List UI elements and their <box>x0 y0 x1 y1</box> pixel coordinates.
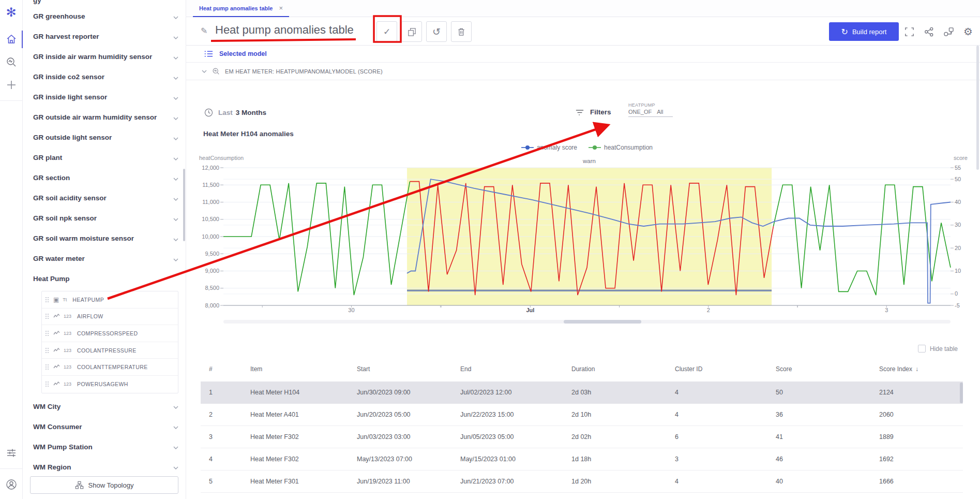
chevron-down-icon[interactable] <box>173 32 178 41</box>
account-icon[interactable] <box>0 473 23 496</box>
sort-descending-icon[interactable]: ↓ <box>915 365 918 373</box>
flow-diagram-icon[interactable] <box>942 25 955 38</box>
sidebar-item-wm-pump-station[interactable]: WM Pump Station <box>33 437 178 457</box>
search-icon[interactable] <box>0 51 23 74</box>
column-header-start[interactable]: Start <box>352 365 455 373</box>
duplicate-button[interactable] <box>401 21 422 42</box>
filters-control[interactable]: Filters <box>576 108 611 116</box>
table-cell: 4 <box>670 389 771 396</box>
chevron-down-icon[interactable] <box>173 133 178 142</box>
axis-tick-label: 10,000 <box>197 233 219 240</box>
axis-tick-label: 12,000 <box>197 165 219 171</box>
delete-button[interactable] <box>451 21 472 42</box>
time-range-control[interactable]: Last 3 Months <box>204 108 266 117</box>
sensor-item-powerusagewh[interactable]: 123POWERUSAGEWH <box>42 376 178 393</box>
chevron-down-icon[interactable] <box>173 72 178 82</box>
chevron-down-icon[interactable] <box>173 402 178 411</box>
column-header--[interactable]: # <box>201 365 238 373</box>
column-header-score-index[interactable]: Score Index↓ <box>874 365 963 373</box>
table-row-heat-meter-h104-1[interactable]: 1Heat Meter H104Jun/30/2023 09:00Jul/02/… <box>201 381 963 404</box>
selected-model-header[interactable]: Selected model <box>186 46 980 63</box>
sidebar-item-gy[interactable]: gy <box>33 0 178 6</box>
edit-pencil-icon[interactable]: ✎ <box>201 26 207 36</box>
tab-heat-pump-anomalies-table[interactable]: Heat pump anomalies table × <box>193 0 289 17</box>
sensor-item-compressorspeed[interactable]: 123COMPRESSORSPEED <box>42 325 178 342</box>
table-row-heat-meter-f302-3[interactable]: 3Heat Meter F302Jun/03/2023 03:00Jun/05/… <box>201 426 963 448</box>
hide-table-checkbox[interactable] <box>918 345 926 353</box>
sidebar-item-gr-outside-light-sensor[interactable]: GR outside light sensor <box>33 127 178 148</box>
chevron-down-icon[interactable] <box>173 194 178 203</box>
sidebar-item-gr-plant[interactable]: GR plant <box>33 148 178 168</box>
chevron-down-icon[interactable] <box>202 70 207 73</box>
axis-tick-label: 0 <box>955 290 970 297</box>
sliders-icon[interactable] <box>0 442 23 464</box>
drag-handle-icon[interactable] <box>45 297 49 303</box>
chart-scrollbar-thumb[interactable] <box>564 320 641 324</box>
sidebar-item-wm-consumer[interactable]: WM Consumer <box>33 417 178 437</box>
sidebar-item-gr-harvest-reporter[interactable]: GR harvest reporter <box>33 26 178 47</box>
chevron-down-icon[interactable] <box>173 254 178 263</box>
sidebar-item-gr-inside-light-sensor[interactable]: GR inside light sensor <box>33 87 178 107</box>
share-icon[interactable] <box>923 25 935 38</box>
chevron-down-icon[interactable] <box>173 442 178 451</box>
sidebar-item-gr-inside-co2-sensor[interactable]: GR inside co2 sensor <box>33 67 178 87</box>
fullscreen-icon[interactable] <box>903 25 915 38</box>
build-report-button[interactable]: ↻ Build report <box>829 22 899 41</box>
column-header-item[interactable]: Item <box>238 365 352 373</box>
confirm-button[interactable]: ✓ <box>376 21 397 42</box>
column-header-duration[interactable]: Duration <box>566 365 670 373</box>
sidebar-scrollbar[interactable] <box>183 169 185 241</box>
sidebar-item-gr-soil-npk-sensor[interactable]: GR soil npk sensor <box>33 208 178 228</box>
table-scrollbar[interactable] <box>960 383 963 403</box>
main-scrollbar[interactable] <box>976 46 979 170</box>
sidebar-item-gr-soil-warm-moisture-sensor[interactable]: GR soil warm moisture sensor <box>33 228 178 248</box>
list-icon <box>204 50 213 57</box>
chevron-down-icon[interactable] <box>173 422 178 431</box>
chevron-down-icon[interactable] <box>173 52 178 62</box>
sidebar-item-gr-greenhouse[interactable]: GR greenhouse <box>33 6 178 26</box>
chevron-down-icon[interactable] <box>173 153 178 163</box>
table-row-heat-meter-f302-4[interactable]: 4Heat Meter F302May/13/2023 07:00May/15/… <box>201 448 963 471</box>
drag-handle-icon[interactable] <box>45 381 49 387</box>
model-row[interactable]: EM HEAT METER: HEATPUMPANOMALYMODEL (SCO… <box>186 63 980 80</box>
sensor-item-coolanttemperature[interactable]: 123COOLANTTEMPERATURE <box>42 359 178 376</box>
sidebar-item-wm-region[interactable]: WM Region <box>33 457 178 474</box>
sidebar-item-gr-outside-air-warm-humidity-sensor[interactable]: GR outside air warm humidity sensor <box>33 107 178 127</box>
column-header-score[interactable]: Score <box>771 365 874 373</box>
chevron-down-icon[interactable] <box>173 234 178 243</box>
drag-handle-icon[interactable] <box>45 347 49 354</box>
document-title-input[interactable]: Heat pump anomalies table <box>215 23 354 37</box>
home-icon[interactable] <box>0 28 23 51</box>
chevron-down-icon[interactable] <box>173 462 178 472</box>
sidebar-item-gr-section[interactable]: GR section <box>33 168 178 188</box>
reset-button[interactable]: ↺ <box>426 21 447 42</box>
sensor-item-airflow[interactable]: 123AIRFLOW <box>42 309 178 326</box>
drag-handle-icon[interactable] <box>45 313 49 319</box>
sidebar-item-gr-soil-acidity-sensor[interactable]: GR soil acidity sensor <box>33 188 178 208</box>
sensor-item-coolantpressure[interactable]: 123COOLANTPRESSURE <box>42 342 178 359</box>
sidebar-item-wm-city[interactable]: WM City <box>33 397 178 417</box>
column-header-cluster-id[interactable]: Cluster ID <box>670 365 771 373</box>
legend-item-anomaly-score[interactable]: anomaly score <box>521 144 577 151</box>
sidebar-item-gr-water-meter[interactable]: GR water meter <box>33 248 178 269</box>
tab-close-icon[interactable]: × <box>279 5 283 11</box>
column-header-end[interactable]: End <box>455 365 566 373</box>
chevron-down-icon[interactable] <box>173 12 178 21</box>
table-row-heat-meter-f301-5[interactable]: 5Heat Meter F301Jun/19/2023 11:00Jun/21/… <box>201 471 963 493</box>
chevron-down-icon[interactable] <box>173 173 178 183</box>
drag-handle-icon[interactable] <box>45 364 49 370</box>
sensor-item-heatpump[interactable]: ▣TtHEATPUMP <box>42 291 178 309</box>
filter-value-select[interactable]: ONE_OF All <box>628 108 673 117</box>
sidebar-item-heat-pump[interactable]: Heat Pump <box>33 269 178 289</box>
table-row-heat-meter-a401-2[interactable]: 2Heat Meter A401Jun/20/2023 05:00Jun/22/… <box>201 404 963 426</box>
settings-gear-icon[interactable]: ⚙ <box>962 25 974 38</box>
hide-table-toggle[interactable]: Hide table <box>918 345 958 353</box>
drag-handle-icon[interactable] <box>45 330 49 336</box>
chevron-down-icon[interactable] <box>173 113 178 122</box>
sidebar-item-gr-inside-air-warm-humidity-sensor[interactable]: GR inside air warm humidity sensor <box>33 47 178 67</box>
show-topology-button[interactable]: Show Topology <box>30 476 178 494</box>
add-icon[interactable] <box>0 74 23 96</box>
chevron-down-icon[interactable] <box>173 93 178 102</box>
legend-item-heatconsumption[interactable]: heatConsumption <box>589 144 653 151</box>
chevron-down-icon[interactable] <box>173 214 178 223</box>
